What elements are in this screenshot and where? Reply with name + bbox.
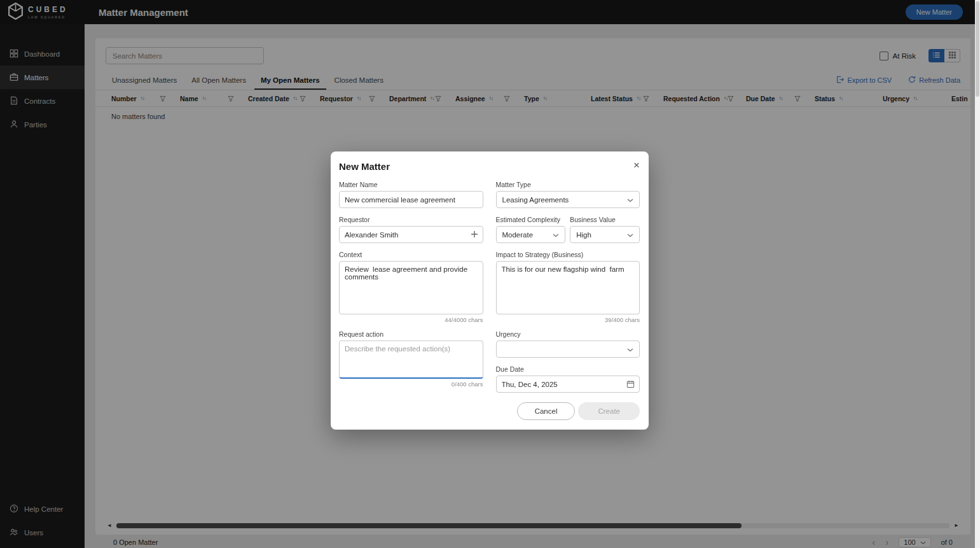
chevron-down-icon [627,196,633,204]
cancel-button[interactable]: Cancel [517,402,576,420]
business-value-select[interactable]: High [570,226,640,243]
form-right-column: Matter Type Leasing Agreements Estimated… [496,181,640,393]
request-action-group: Request action 0/400 chars [339,330,483,387]
context-char-counter: 44/4000 chars [339,316,483,323]
request-action-label: Request action [339,330,483,338]
requestor-group: Requestor [339,216,483,243]
create-button[interactable]: Create [578,402,640,420]
estimated-complexity-select[interactable]: Moderate [496,226,566,243]
matter-type-label: Matter Type [496,181,640,188]
matter-name-group: Matter Name [339,181,483,208]
vertical-scrollbar[interactable] [975,0,980,548]
estimated-complexity-label: Estimated Complexity [496,216,566,223]
requestor-label: Requestor [339,216,483,223]
urgency-group: Urgency [496,330,640,358]
modal-title: New Matter [339,161,640,172]
calendar-icon[interactable] [626,380,635,388]
complexity-value-row: Estimated Complexity Moderate Business V… [496,216,640,243]
matter-type-value: Leasing Agreements [502,196,569,204]
due-date-group: Due Date [496,365,640,393]
chevron-down-icon [627,346,633,353]
matter-name-label: Matter Name [339,181,483,188]
context-label: Context [339,251,483,258]
business-value-value: High [576,231,591,239]
request-action-textarea[interactable] [339,341,483,379]
business-value-label: Business Value [570,216,640,223]
chevron-down-icon [553,231,559,239]
close-icon[interactable]: × [633,160,640,171]
form-left-column: Matter Name Requestor Context Review lea… [339,181,483,393]
urgency-select[interactable] [496,341,640,358]
request-action-char-counter: 0/400 chars [339,381,483,387]
chevron-down-icon [627,231,633,239]
matter-type-select[interactable]: Leasing Agreements [496,191,640,208]
business-value-group: Business Value High [570,216,640,243]
estimated-complexity-value: Moderate [502,231,534,239]
due-date-input[interactable] [496,376,640,393]
due-date-label: Due Date [496,365,640,373]
impact-label: Impact to Strategy (Business) [496,251,640,258]
context-textarea[interactable]: Review lease agreement and provide comme… [339,261,483,314]
modal-header: New Matter × [339,161,640,172]
modal-actions: Cancel Create [339,402,640,420]
context-group: Context Review lease agreement and provi… [339,251,483,323]
matter-type-group: Matter Type Leasing Agreements [496,181,640,208]
matter-name-input[interactable] [339,191,483,208]
add-requestor-icon[interactable] [471,230,478,238]
vertical-scrollbar-thumb[interactable] [976,1,979,97]
requestor-input[interactable] [339,226,483,243]
impact-group: Impact to Strategy (Business) This is fo… [496,251,640,323]
new-matter-modal: New Matter × Matter Name Requestor Conte… [331,151,649,430]
urgency-label: Urgency [496,330,640,338]
estimated-complexity-group: Estimated Complexity Moderate [496,216,566,243]
impact-textarea[interactable]: This is for our new flagship wind farm [496,261,640,314]
impact-char-counter: 39/400 chars [496,316,640,323]
modal-form: Matter Name Requestor Context Review lea… [339,181,640,393]
